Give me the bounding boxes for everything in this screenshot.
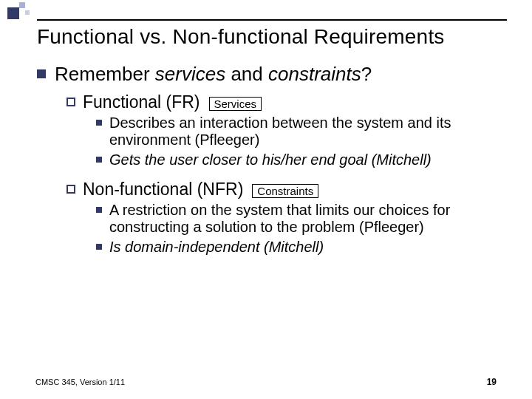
remember-mid: and [225, 63, 268, 85]
title-rule [37, 19, 507, 21]
nonfunctional-paren: (NFR) [197, 180, 244, 199]
deco-square-large [7, 7, 19, 19]
heading-nonfunctional-text: Non-functional (NFR) Constraints [83, 180, 318, 199]
remember-text: Remember services and constraints? [55, 64, 372, 86]
functional-item-2-text: Gets the user closer to his/her end goal… [109, 151, 432, 168]
footer: CMSC 345, Version 1/11 19 [35, 377, 497, 387]
functional-item-1-text: Describes an interaction between the sys… [109, 115, 507, 149]
square-bullet-icon [96, 244, 102, 250]
tag-constraints: Constraints [252, 184, 318, 198]
remember-services: services [155, 63, 225, 85]
slide-body: Remember services and constraints? Funct… [37, 64, 507, 256]
footer-page-number: 19 [487, 377, 497, 387]
square-bullet-icon [37, 69, 46, 78]
nonfunctional-item-2-text: Is domain-independent (Mitchell) [109, 239, 324, 256]
remember-pre: Remember [55, 63, 155, 85]
nonfunctional-item-1-text: A restriction on the system that limits … [109, 202, 507, 236]
square-bullet-icon [96, 157, 102, 163]
hollow-square-bullet-icon [66, 98, 75, 106]
remember-post: ? [361, 63, 372, 85]
heading-nonfunctional: Non-functional (NFR) Constraints [66, 180, 507, 199]
slide: Functional vs. Non-functional Requiremen… [0, 0, 532, 399]
remember-constraints: constraints [268, 63, 361, 85]
tag-services: Services [209, 97, 262, 111]
nonfunctional-item-1: A restriction on the system that limits … [96, 202, 507, 236]
functional-label: Functional [83, 92, 161, 112]
deco-square-med [19, 2, 25, 8]
functional-item-1: Describes an interaction between the sys… [96, 115, 507, 149]
footer-course: CMSC 345, Version 1/11 [35, 378, 125, 386]
heading-functional: Functional (FR) Services [66, 93, 507, 112]
functional-item-2: Gets the user closer to his/her end goal… [96, 151, 507, 168]
heading-functional-text: Functional (FR) Services [83, 93, 262, 112]
square-bullet-icon [96, 120, 102, 126]
nonfunctional-item-2: Is domain-independent (Mitchell) [96, 239, 507, 256]
corner-decoration [0, 0, 74, 18]
slide-title: Functional vs. Non-functional Requiremen… [37, 25, 445, 49]
deco-square-small [25, 10, 30, 15]
functional-paren: (FR) [166, 92, 200, 112]
hollow-square-bullet-icon [66, 185, 75, 194]
nonfunctional-label: Non-functional [83, 180, 192, 199]
bullet-remember: Remember services and constraints? [37, 64, 507, 86]
square-bullet-icon [96, 207, 102, 213]
